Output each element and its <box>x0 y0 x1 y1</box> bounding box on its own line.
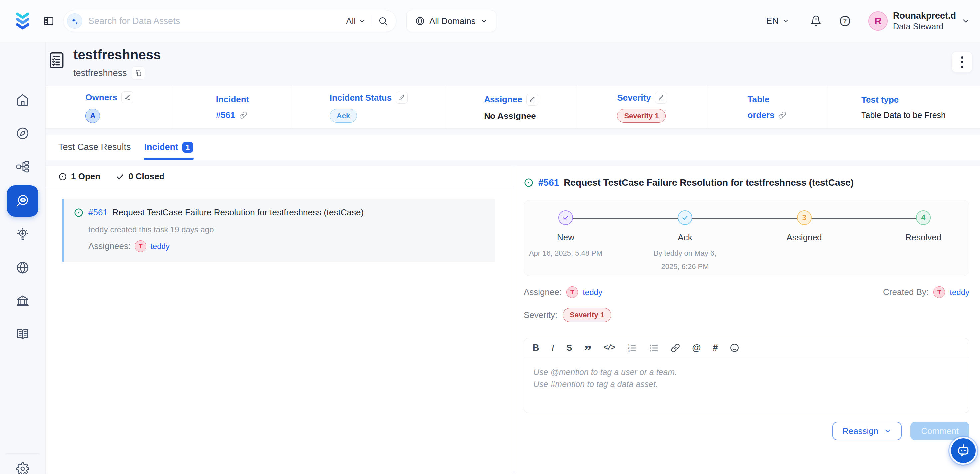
open-incident-circle-dot-icon <box>73 208 84 218</box>
search-input[interactable]: Search for Data Assets <box>88 16 340 26</box>
status-badge: Ack <box>330 109 357 123</box>
assignee-avatar[interactable]: T <box>135 240 146 252</box>
italic-icon[interactable]: I <box>551 342 555 353</box>
bullet-list-icon[interactable] <box>649 343 659 353</box>
comment-editor: B I S ” </> 123 @ <box>524 338 969 413</box>
assignee-name-link[interactable]: teddy <box>583 288 602 297</box>
gear-icon <box>16 462 29 474</box>
incident-detail-panel: #561 Request TestCase Failure Resolution… <box>514 166 980 474</box>
editor-toolbar: B I S ” </> 123 @ <box>524 338 969 358</box>
page-title: testfreshness <box>73 47 161 62</box>
strikethrough-icon[interactable]: S <box>566 342 572 353</box>
help-icon[interactable]: ? <box>839 15 851 27</box>
incident-id-link[interactable]: #561 <box>88 207 108 218</box>
user-menu[interactable]: Rounakpreet.d Data Steward <box>893 10 956 32</box>
search-icon[interactable] <box>378 16 388 26</box>
bold-icon[interactable]: B <box>533 342 539 353</box>
sidebar-item-domains[interactable] <box>15 260 30 275</box>
summary-owners: Owners A <box>46 86 173 129</box>
chatbot-fab[interactable] <box>949 437 977 465</box>
test-case-icon <box>47 50 66 86</box>
user-avatar[interactable]: R <box>869 11 888 30</box>
entity-subtitle: testfreshness <box>73 68 127 78</box>
sidebar-item-observability-active[interactable] <box>7 185 38 217</box>
severity-badge: Severity 1 <box>563 308 611 322</box>
step-name: Assigned <box>786 232 822 243</box>
assignee-name-link[interactable]: teddy <box>150 242 170 251</box>
code-icon[interactable]: </> <box>604 344 615 352</box>
table-link[interactable]: orders <box>748 110 775 120</box>
blockquote-icon[interactable]: ” <box>584 347 592 354</box>
chevron-down-icon[interactable] <box>961 17 970 25</box>
edit-pencil-icon[interactable] <box>655 92 667 103</box>
sidebar-item-explore[interactable] <box>15 126 30 141</box>
severity-label: Severity: <box>524 310 557 320</box>
ordered-list-icon[interactable]: 123 <box>627 343 637 353</box>
created-by-name-link[interactable]: teddy <box>950 288 969 297</box>
summary-severity: Severity Severity 1 <box>578 86 707 129</box>
summary-incident-status: Incident Status Ack <box>293 86 445 129</box>
search-scope-dropdown[interactable]: All <box>346 16 366 26</box>
timeline-step-resolved[interactable]: 4 Resolved <box>882 210 965 273</box>
idea-bulb-icon <box>16 227 29 241</box>
tab-incident[interactable]: Incident 1 <box>144 135 194 160</box>
user-role: Data Steward <box>893 21 956 32</box>
mention-user-icon[interactable]: @ <box>692 342 701 353</box>
created-by-avatar[interactable]: T <box>933 286 945 298</box>
step-subtitle: By teddy on May 6, 2025, 6:26 PM <box>651 247 719 273</box>
flow-graph-icon <box>16 160 29 173</box>
notifications-bell-icon[interactable] <box>810 15 822 27</box>
app-logo-icon[interactable] <box>12 10 33 32</box>
sidebar <box>0 42 46 474</box>
closed-count[interactable]: 0 Closed <box>116 172 164 182</box>
comment-input[interactable]: Use @mention to tag a user or a team. Us… <box>524 358 969 413</box>
incident-counts: 1 Open 0 Closed <box>46 166 514 188</box>
domains-dropdown[interactable]: All Domains <box>406 10 496 32</box>
assignee-avatar[interactable]: T <box>566 286 578 298</box>
chevron-down-icon <box>884 427 892 435</box>
sidebar-item-home[interactable] <box>15 92 30 107</box>
timeline-step-assigned[interactable]: 3 Assigned <box>762 210 846 273</box>
incident-content: 1 Open 0 Closed #561 Request TestCase Fa… <box>46 166 980 474</box>
open-incident-circle-dot-icon <box>524 178 534 188</box>
more-options-kebab-icon[interactable] <box>951 51 973 73</box>
summary-table: Table orders <box>707 86 827 129</box>
edit-pencil-icon[interactable] <box>527 94 538 105</box>
global-search[interactable]: Search for Data Assets All <box>63 10 396 32</box>
chevron-down-icon <box>782 17 789 25</box>
emoji-icon[interactable] <box>730 343 739 353</box>
sidebar-item-lineage[interactable] <box>15 159 30 174</box>
mention-asset-icon[interactable]: # <box>713 342 718 353</box>
sidebar-item-glossary[interactable] <box>15 326 30 341</box>
tab-test-case-results[interactable]: Test Case Results <box>58 135 131 160</box>
incident-id-link[interactable]: #561 <box>538 177 559 188</box>
copy-icon[interactable] <box>132 66 145 80</box>
link-icon[interactable] <box>778 111 786 119</box>
link-icon[interactable] <box>671 343 680 353</box>
ai-sparkle-icon[interactable] <box>67 13 82 29</box>
edit-pencil-icon[interactable] <box>121 91 133 103</box>
open-book-icon <box>16 327 29 340</box>
incident-title: Request TestCase Failure Resolution for … <box>564 177 854 188</box>
owner-avatar[interactable]: A <box>85 108 100 123</box>
reassign-button[interactable]: Reassign <box>832 422 902 441</box>
incident-list-panel: 1 Open 0 Closed #561 Request TestCase Fa… <box>46 166 514 474</box>
sidebar-item-settings[interactable] <box>15 461 30 474</box>
edit-pencil-icon[interactable] <box>396 92 407 103</box>
assignee-label: Assignee: <box>524 287 562 297</box>
sidebar-toggle-icon[interactable] <box>41 14 56 28</box>
link-icon[interactable] <box>239 111 247 119</box>
timeline-track <box>566 218 923 219</box>
incident-list-item[interactable]: #561 Request TestCase Failure Resolution… <box>62 199 495 262</box>
incident-link[interactable]: #561 <box>216 110 235 120</box>
sidebar-item-insights[interactable] <box>15 227 30 242</box>
language-dropdown[interactable]: EN <box>766 16 789 26</box>
main-content: testfreshness testfreshness Owners A <box>46 42 980 474</box>
open-count[interactable]: 1 Open <box>58 172 100 182</box>
summary-strip: Owners A Incident #561 Incident Sta <box>46 86 980 129</box>
timeline-step-ack[interactable]: Ack By teddy on May 6, 2025, 6:26 PM <box>643 210 727 273</box>
sidebar-item-govern[interactable] <box>15 293 30 308</box>
svg-text:?: ? <box>843 17 847 24</box>
assignees-label: Assignees: <box>88 241 130 251</box>
timeline-step-new[interactable]: New Apr 16, 2025, 5:48 PM <box>524 210 608 273</box>
